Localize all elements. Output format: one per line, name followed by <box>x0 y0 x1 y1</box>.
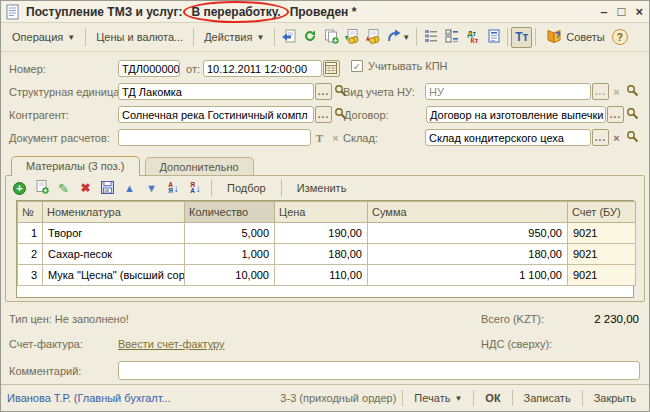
responsible-user-link[interactable]: Иванова Т.Р. (Главный бухгалт... <box>7 392 171 404</box>
cell-nomenclature[interactable]: Мука "Цесна" (высший сорт) <box>43 265 185 286</box>
table-empty-area[interactable] <box>17 286 633 297</box>
ok-button[interactable]: ОК <box>478 389 507 407</box>
contract-input[interactable]: Договор на изготовление выпечки <box>426 106 606 123</box>
add-row-button[interactable]: + <box>10 179 29 198</box>
sort-asc-icon: АЯ <box>168 182 173 194</box>
delete-row-button[interactable]: ✖ <box>76 179 95 198</box>
post-document-button[interactable] <box>341 27 362 48</box>
change-button[interactable]: Изменить <box>288 180 356 196</box>
tab-additional[interactable]: Дополнительно <box>145 157 254 175</box>
actions-menu-button[interactable]: Действия ▼ <box>197 28 271 46</box>
number-input[interactable]: ТДЛ00000027 <box>118 60 180 77</box>
reread-button[interactable] <box>278 27 299 48</box>
cell-quantity[interactable]: 10,000 <box>185 265 275 286</box>
maximize-button[interactable]: □ <box>618 5 626 19</box>
save-button[interactable]: Записать <box>517 389 578 407</box>
col-price[interactable]: Цена <box>275 202 368 223</box>
contract-select-button[interactable]: ... <box>607 106 624 123</box>
nu-account-clear-button[interactable]: × <box>610 83 624 100</box>
cell-sum[interactable]: 1 100,00 <box>368 265 568 286</box>
cell-num[interactable]: 2 <box>18 244 43 265</box>
refresh-button[interactable] <box>299 27 320 48</box>
sort-asc-button[interactable]: АЯ ↓ <box>164 179 183 198</box>
warehouse-input[interactable]: Склад кондитерского цеха <box>425 129 591 146</box>
cell-price[interactable]: 110,00 <box>275 265 368 286</box>
dtkt-button[interactable]: ДтКт <box>462 27 483 48</box>
col-account[interactable]: Счет (БУ) <box>568 202 636 223</box>
minimize-button[interactable]: – <box>600 5 607 19</box>
warehouse-open-button[interactable] <box>625 129 640 146</box>
settlement-document-input[interactable] <box>118 129 311 146</box>
col-quantity[interactable]: Количество <box>185 202 275 223</box>
date-input[interactable]: 10.12.2011 12:00:00 <box>203 60 322 77</box>
close-window-button[interactable]: Закрыть <box>587 389 643 407</box>
prices-currency-button[interactable]: Цены и валюта... <box>89 28 190 46</box>
calendar-button[interactable] <box>323 60 340 77</box>
operation-menu-button[interactable]: Операция ▼ <box>5 28 82 46</box>
structure-button[interactable] <box>420 27 441 48</box>
settlement-document-type-button[interactable]: T <box>312 129 328 146</box>
table-header-row: № Номенклатура Количество Цена Сумма Сче… <box>18 202 636 223</box>
nu-account-input[interactable]: НУ <box>425 83 591 100</box>
settings-list-button[interactable] <box>441 27 462 48</box>
table-row[interactable]: 1 Творог 5,000 190,00 950,00 9021 <box>18 223 636 244</box>
close-button[interactable]: × <box>635 5 643 19</box>
structural-unit-select-button[interactable]: ... <box>315 83 332 100</box>
contract-open-button[interactable] <box>625 106 640 123</box>
cell-nomenclature[interactable]: Сахар-песок <box>43 244 185 265</box>
tab-materials[interactable]: Материалы (3 поз.) <box>11 156 140 176</box>
copy-button[interactable] <box>320 27 341 48</box>
kpn-checkbox[interactable]: ✓ <box>351 60 363 72</box>
warehouse-select-button[interactable]: ... <box>592 129 609 146</box>
contract-group: Договор: Договор на изготовление выпечки… <box>344 106 640 123</box>
col-num[interactable]: № <box>18 202 43 223</box>
col-nomenclature[interactable]: Номенклатура <box>43 202 185 223</box>
cell-account[interactable]: 9021 <box>568 265 636 286</box>
magnifier-icon <box>626 107 639 122</box>
document-header-form: Номер: ТДЛ00000027 от: 10.12.2011 12:00:… <box>1 52 649 152</box>
svg-text:ок: ок <box>104 188 109 193</box>
cell-sum[interactable]: 180,00 <box>368 244 568 265</box>
chevron-down-icon: ▼ <box>256 33 264 42</box>
cell-num[interactable]: 3 <box>18 265 43 286</box>
table-row[interactable]: 3 Мука "Цесна" (высший сорт) 10,000 110,… <box>18 265 636 286</box>
description-toggle-button[interactable]: Тт <box>511 27 532 48</box>
help-button[interactable]: ? <box>612 29 628 45</box>
print-button[interactable]: Печать ▼ <box>407 389 469 407</box>
materials-panel: + ✎ ✖ ок ▲ ▼ АЯ ↓ <box>5 175 645 302</box>
cell-num[interactable]: 1 <box>18 223 43 244</box>
pick-button[interactable]: Подбор <box>218 180 275 196</box>
cell-quantity[interactable]: 5,000 <box>185 223 275 244</box>
warehouse-clear-button[interactable]: × <box>610 129 624 146</box>
unpost-document-button[interactable] <box>362 27 383 48</box>
end-edit-button[interactable]: ок <box>98 179 117 198</box>
move-up-button[interactable]: ▲ <box>120 179 139 198</box>
advice-button[interactable]: ? Советы <box>539 25 611 49</box>
document-movements-button[interactable] <box>483 27 504 48</box>
counterparty-select-button[interactable]: ... <box>315 106 332 123</box>
sort-desc-button[interactable]: ЯА ↓ <box>186 179 205 198</box>
col-sum[interactable]: Сумма <box>368 202 568 223</box>
counterparty-input[interactable]: Солнечная река Гостиничный компл <box>118 106 314 123</box>
structural-unit-input[interactable]: ТД Лакомка <box>118 83 314 100</box>
nu-account-select-button[interactable]: ... <box>592 83 609 100</box>
move-down-button[interactable]: ▼ <box>142 179 161 198</box>
goto-menu-button[interactable]: ▼ <box>383 27 413 48</box>
enter-invoice-link[interactable]: Ввести счет-фактуру <box>118 338 225 350</box>
cell-price[interactable]: 180,00 <box>275 244 368 265</box>
cell-nomenclature[interactable]: Творог <box>43 223 185 244</box>
cell-price[interactable]: 190,00 <box>275 223 368 244</box>
table-row[interactable]: 2 Сахар-песок 1,000 180,00 180,00 9021 <box>18 244 636 265</box>
cell-quantity[interactable]: 1,000 <box>185 244 275 265</box>
edit-row-button[interactable]: ✎ <box>54 179 73 198</box>
copy-row-button[interactable] <box>32 179 51 198</box>
sort-arrow-icon: ↓ <box>196 183 201 194</box>
cell-account[interactable]: 9021 <box>568 244 636 265</box>
settlement-document-clear-button[interactable]: × <box>329 129 343 146</box>
cell-account[interactable]: 9021 <box>568 223 636 244</box>
goto-icon <box>386 28 402 46</box>
comment-input[interactable] <box>118 361 640 380</box>
titlebar: Поступление ТМЗ и услуг: В переработку. … <box>1 1 649 23</box>
nu-account-open-button[interactable] <box>625 83 640 100</box>
cell-sum[interactable]: 950,00 <box>368 223 568 244</box>
